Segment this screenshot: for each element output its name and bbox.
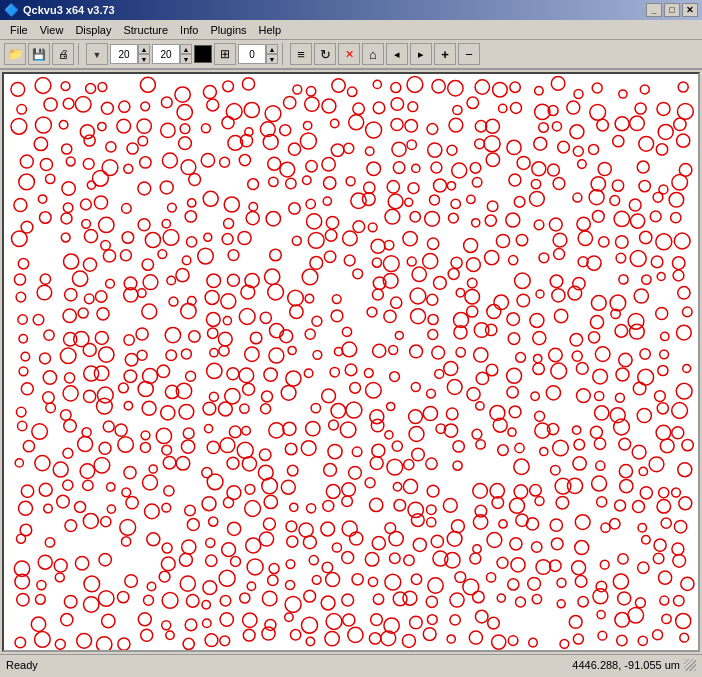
svg-point-603 bbox=[80, 464, 95, 479]
svg-point-807 bbox=[659, 571, 672, 584]
svg-point-480 bbox=[63, 386, 78, 401]
menu-info[interactable]: Info bbox=[174, 22, 204, 38]
svg-point-257 bbox=[403, 231, 417, 245]
svg-point-86 bbox=[570, 125, 584, 139]
svg-point-34 bbox=[119, 101, 130, 112]
layers-button[interactable] bbox=[290, 43, 312, 65]
menu-plugins[interactable]: Plugins bbox=[204, 22, 252, 38]
svg-point-815 bbox=[144, 595, 154, 605]
svg-point-76 bbox=[349, 115, 364, 130]
spinbox-3-up[interactable]: ▲ bbox=[266, 44, 278, 54]
open-button[interactable] bbox=[4, 43, 26, 65]
canvas-area[interactable] bbox=[2, 72, 700, 652]
svg-point-621 bbox=[514, 459, 529, 474]
minimize-button[interactable]: _ bbox=[646, 3, 662, 17]
svg-point-700 bbox=[286, 521, 297, 532]
close-button[interactable]: ✕ bbox=[682, 3, 698, 17]
svg-point-236 bbox=[614, 211, 629, 226]
maximize-button[interactable]: □ bbox=[664, 3, 680, 17]
spinbox-2-up[interactable]: ▲ bbox=[180, 44, 192, 54]
svg-point-606 bbox=[149, 465, 157, 473]
svg-point-109 bbox=[428, 143, 442, 157]
svg-point-286 bbox=[423, 254, 438, 269]
svg-point-160 bbox=[248, 179, 259, 190]
svg-point-783 bbox=[147, 582, 156, 591]
svg-point-368 bbox=[290, 305, 303, 318]
forward-button[interactable] bbox=[410, 43, 432, 65]
svg-point-341 bbox=[332, 295, 341, 304]
svg-point-764 bbox=[404, 555, 414, 565]
svg-point-787 bbox=[219, 570, 235, 586]
home-button[interactable] bbox=[362, 43, 384, 65]
svg-point-657 bbox=[659, 488, 669, 498]
svg-point-273 bbox=[120, 250, 131, 261]
svg-point-677 bbox=[394, 499, 406, 511]
svg-point-822 bbox=[285, 596, 301, 612]
svg-point-192 bbox=[306, 199, 315, 208]
rotate-button[interactable] bbox=[314, 43, 336, 65]
folder-icon bbox=[8, 47, 23, 61]
svg-point-814 bbox=[118, 591, 129, 602]
svg-point-498 bbox=[467, 388, 480, 401]
svg-point-558 bbox=[444, 424, 457, 437]
svg-point-505 bbox=[633, 382, 646, 395]
spinbox-2-input[interactable]: 20 bbox=[152, 44, 180, 64]
svg-point-276 bbox=[182, 256, 191, 265]
svg-point-377 bbox=[487, 305, 501, 319]
svg-point-768 bbox=[497, 557, 508, 568]
svg-point-570 bbox=[63, 448, 73, 458]
spinbox-1-input[interactable]: 20 bbox=[110, 44, 138, 64]
svg-point-127 bbox=[124, 164, 133, 173]
svg-point-51 bbox=[499, 104, 507, 112]
svg-point-821 bbox=[262, 591, 277, 606]
svg-point-289 bbox=[485, 251, 499, 265]
svg-point-58 bbox=[657, 102, 670, 115]
svg-point-85 bbox=[552, 122, 561, 131]
svg-point-185 bbox=[122, 204, 132, 214]
svg-point-872 bbox=[77, 633, 92, 648]
svg-point-173 bbox=[531, 179, 540, 188]
svg-point-599 bbox=[682, 439, 693, 450]
svg-point-31 bbox=[63, 98, 74, 109]
svg-point-213 bbox=[82, 219, 91, 228]
back-button[interactable] bbox=[386, 43, 408, 65]
filter-button[interactable] bbox=[86, 43, 108, 65]
save-button[interactable] bbox=[28, 43, 50, 65]
spinbox-3-down[interactable]: ▼ bbox=[266, 54, 278, 64]
svg-point-636 bbox=[164, 486, 174, 496]
spinbox-1-up[interactable]: ▲ bbox=[138, 44, 150, 54]
svg-point-135 bbox=[280, 162, 295, 177]
menu-structure[interactable]: Structure bbox=[117, 22, 174, 38]
svg-point-79 bbox=[405, 120, 418, 133]
svg-point-464 bbox=[390, 372, 400, 382]
svg-point-357 bbox=[18, 315, 27, 324]
zoom-out-button[interactable] bbox=[458, 43, 480, 65]
svg-point-648 bbox=[473, 484, 488, 499]
svg-point-162 bbox=[286, 178, 296, 188]
svg-point-860 bbox=[450, 615, 460, 625]
svg-point-384 bbox=[656, 308, 668, 320]
grid-icon bbox=[220, 47, 230, 61]
svg-point-429 bbox=[313, 350, 322, 359]
svg-point-748 bbox=[38, 555, 52, 569]
spinbox-1-down[interactable]: ▼ bbox=[138, 54, 150, 64]
svg-point-801 bbox=[508, 579, 519, 590]
svg-point-823 bbox=[304, 590, 316, 602]
zoom-in-button[interactable] bbox=[434, 43, 456, 65]
stop-button[interactable] bbox=[338, 43, 360, 65]
svg-point-543 bbox=[141, 431, 150, 440]
menu-file[interactable]: File bbox=[4, 22, 34, 38]
spinbox-2-down[interactable]: ▼ bbox=[180, 54, 192, 64]
grid-button[interactable] bbox=[214, 43, 236, 65]
color-picker[interactable] bbox=[194, 45, 212, 63]
menu-help[interactable]: Help bbox=[253, 22, 288, 38]
svg-point-421 bbox=[137, 350, 147, 360]
svg-point-818 bbox=[202, 601, 210, 609]
spinbox-3-input[interactable]: 0 bbox=[238, 44, 266, 64]
print-button[interactable] bbox=[52, 43, 74, 65]
svg-point-201 bbox=[487, 201, 498, 212]
menu-display[interactable]: Display bbox=[69, 22, 117, 38]
svg-point-867 bbox=[662, 614, 671, 623]
svg-point-447 bbox=[43, 371, 56, 384]
menu-view[interactable]: View bbox=[34, 22, 70, 38]
